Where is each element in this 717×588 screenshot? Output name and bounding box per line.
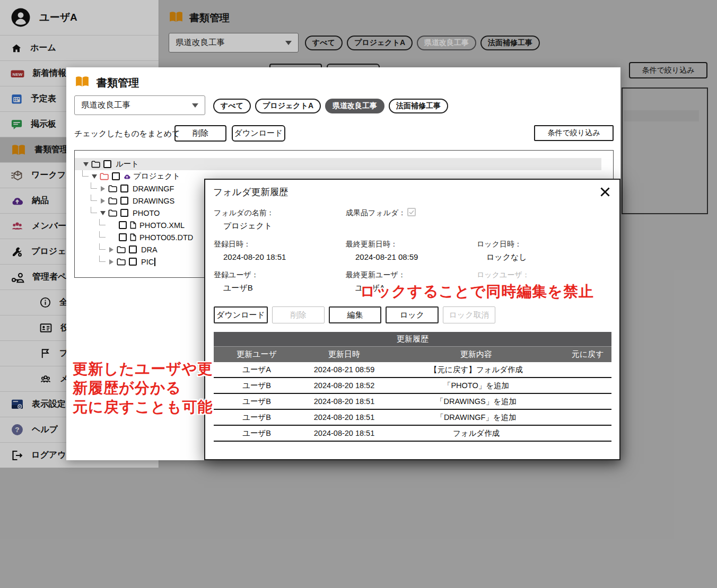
registered-at-value: 2024-08-20 18:51 [223,252,286,261]
tree-label: DRAWINGF [133,185,174,193]
tree-checkbox[interactable] [129,245,137,253]
registered-by-label: 登録ユーザ： [214,270,259,280]
tree-indent [91,231,99,243]
modal-button-ロック[interactable]: ロック [386,306,439,323]
filter-chip[interactable]: プロジェクトA [255,99,321,113]
tree-closed-caret-icon[interactable] [99,198,106,204]
annotation-lock: ロックすることで同時編集を禁止 [360,282,594,302]
tree-label: ルート [116,159,139,169]
tree-closed-caret-icon[interactable] [99,186,106,191]
folder-icon [108,197,118,205]
panel-header: 書類管理 [74,74,139,92]
folder-icon [91,160,101,169]
tree-label: DRA [141,245,158,254]
filter-chip[interactable]: 県道改良工事 [325,99,384,113]
updated-at-value: 2024-08-21 08:59 [355,252,418,261]
deliverable-folder-label: 成果品フォルダ： [346,208,406,218]
history-table-title: 更新履歴 [214,332,611,346]
tree-label: PHOTO05.DTD [139,233,193,242]
history-cell-user: ユーザB [214,413,300,423]
tree-checkbox[interactable] [119,221,127,229]
history-column-header: 更新日時 [300,349,389,359]
history-cell-datetime: 2024-08-20 18:51 [300,413,389,422]
tree-connector [91,195,97,201]
history-table-header: 更新ユーザ更新日時更新内容元に戻す [214,346,611,362]
filter-chips: すべてプロジェクトA県道改良工事法面補修工事 [213,99,448,113]
history-cell-content: フォルダ作成 [389,428,564,438]
file-icon [129,233,137,242]
tree-checkbox[interactable] [129,258,137,266]
history-cell-content: 【元に戻す】フォルダ作成 [389,365,564,375]
tree-indent [82,195,91,207]
history-cell-datetime: 2024-08-20 18:51 [300,397,389,406]
tree-checkbox[interactable] [119,233,127,241]
deliverable-checkbox[interactable] [407,208,416,216]
filter-condition-button[interactable]: 条件で絞り込み [534,125,614,141]
tree-connector [82,170,89,177]
tree-label: DRAWINGS [133,197,174,205]
cloud-small-icon [123,173,132,180]
bulk-delete-button[interactable]: 削除 [174,125,226,142]
lock-at-label: ロック日時： [477,240,522,249]
tree-checkbox[interactable] [103,160,111,168]
modal-title: フォルダ更新履歴 [213,186,288,198]
registered-by-value: ユーザB [223,283,253,293]
filter-chip[interactable]: すべて [213,99,251,113]
registered-at-label: 登録日時： [214,240,251,249]
history-cell-content: 「PHOTO」を追加 [389,381,564,391]
history-cell-user: ユーザA [214,365,300,375]
history-row: ユーザB2024-08-20 18:51「DRAWINGF」を追加 [214,410,611,426]
folder-name-label: フォルダの名前： [214,208,274,218]
tree-connector [99,256,106,262]
history-table-body: ユーザA2024-08-21 08:59【元に戻す】フォルダ作成ユーザB2024… [214,362,611,442]
tree-indent [82,207,91,219]
history-cell-user: ユーザB [214,428,300,438]
close-icon[interactable] [597,184,613,200]
tree-checkbox[interactable] [120,185,128,192]
filter-chip[interactable]: 法面補修工事 [389,99,448,113]
tree-checkbox[interactable] [120,209,128,217]
file-icon [129,221,137,230]
history-cell-datetime: 2024-08-20 18:52 [300,381,389,390]
history-row: ユーザB2024-08-20 18:51フォルダ作成 [214,426,611,442]
history-row: ユーザB2024-08-20 18:52「PHOTO」を追加 [214,378,611,394]
tree-open-caret-icon[interactable] [82,162,89,166]
tree-closed-caret-icon[interactable] [108,259,115,265]
tree-row-ルート[interactable]: ルート [75,158,601,170]
project-select[interactable]: 県道改良工事 [74,95,205,115]
chevron-down-icon [192,103,198,108]
lock-by-label: ロックユーザ： [477,270,530,280]
tree-closed-caret-icon[interactable] [108,247,115,252]
modal-button-編集[interactable]: 編集 [329,306,381,323]
annotation-line: 元に戻すことも可能 [73,398,213,417]
tree-connector [99,219,106,225]
tree-open-caret-icon[interactable] [91,174,98,179]
folder-red-icon [99,172,109,181]
tree-label: PIC [141,258,154,266]
history-column-header: 更新ユーザ [214,349,300,359]
folder-icon [108,185,118,193]
tree-label: プロジェクト [133,171,180,181]
project-select-value: 県道改良工事 [81,100,130,111]
modal-button-ダウンロード[interactable]: ダウンロード [214,306,268,323]
tree-indent [82,243,91,256]
history-row: ユーザA2024-08-21 08:59【元に戻す】フォルダ作成 [214,362,611,378]
folder-name-value: プロジェクト [223,221,272,231]
bulk-download-button[interactable]: ダウンロード [232,125,285,142]
annotation-line: 更新したユーザや更 [73,359,213,379]
text-cursor [154,258,155,266]
tree-checkbox[interactable] [120,197,128,205]
history-cell-user: ユーザB [214,397,300,407]
modal-action-buttons: ダウンロード削除編集ロックロック取消 [214,306,495,323]
tree-indent [91,219,99,231]
tree-indent [82,219,91,231]
tree-indent [91,256,99,268]
tree-connector [91,182,97,189]
tree-indent [82,231,91,243]
tree-open-caret-icon[interactable] [99,211,106,215]
bulk-action-label: チェックしたものをまとめて [74,129,180,139]
history-column-header: 更新内容 [389,349,564,359]
tree-checkbox[interactable] [112,172,120,180]
modal-button-削除: 削除 [272,306,325,323]
history-column-header: 元に戻す [564,349,611,359]
